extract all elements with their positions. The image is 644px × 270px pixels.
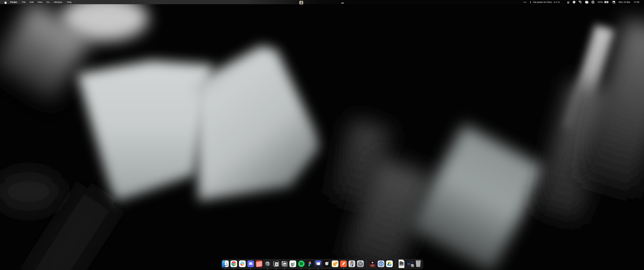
svg-text:g: g — [291, 261, 294, 266]
svg-text:raycast: raycast — [371, 264, 374, 266]
svg-text:N: N — [276, 263, 278, 266]
svg-text:11: 11 — [412, 265, 413, 266]
svg-text:10: 10 — [284, 263, 286, 266]
